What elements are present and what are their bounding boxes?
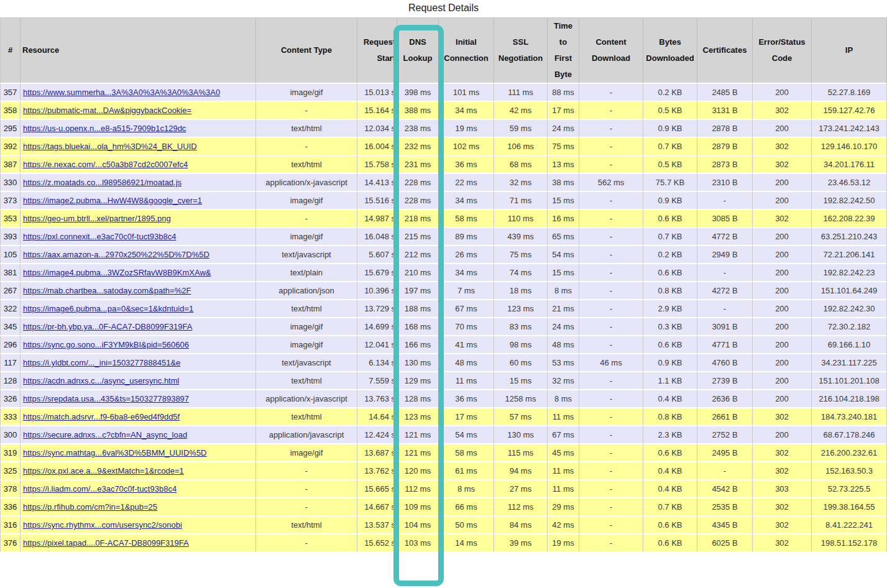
cell-request_start: 15.516 s: [357, 192, 397, 210]
cell-status: 302: [753, 156, 812, 174]
cell-dns_lookup: 123 ms: [397, 408, 439, 426]
cell-certificates: 2495 B: [697, 444, 753, 462]
resource-link[interactable]: https://sync.mathtag...6val%3D%5BMM_UUID…: [23, 448, 207, 457]
resource-link[interactable]: https://tags.bluekai...ola_hm%3D%24_BK_U…: [23, 142, 197, 151]
cell-content_download: -: [579, 84, 643, 102]
cell-initial_connection: 102 ms: [439, 138, 494, 156]
cell-bytes_downloaded: 0.5 KB: [643, 102, 697, 120]
resource-link[interactable]: https://image2.pubma...HwW4W8&google_cve…: [23, 196, 202, 205]
cell-content_type: application/json: [256, 282, 357, 300]
cell-bytes_downloaded: 0.9 KB: [643, 192, 697, 210]
column-header-certificates[interactable]: Certificates: [697, 17, 753, 84]
cell-num: 296: [0, 336, 21, 354]
cell-certificates: 2873 B: [697, 156, 753, 174]
column-header-bytes_downloaded[interactable]: Bytes Downloaded: [643, 17, 697, 84]
cell-status: 200: [753, 246, 812, 264]
cell-content_type: text/plain: [256, 264, 357, 282]
cell-resource: https://us-u.openx.n...e8-a515-7909b1c12…: [21, 120, 256, 138]
cell-ssl_negotiation: 57 ms: [494, 408, 548, 426]
cell-request_start: 7.559 s: [357, 372, 397, 390]
resource-link[interactable]: https://geo-um.btrll...xel/partner/1895.…: [23, 214, 171, 223]
resource-link[interactable]: https://mab.chartbea...satoday.com&path=…: [23, 286, 191, 295]
cell-ttfb: 48 ms: [548, 336, 579, 354]
cell-certificates: 2878 B: [697, 120, 753, 138]
table-row: 378https://i.liadm.com/...e3ac70c0f-tuct…: [0, 480, 887, 498]
cell-resource: https://pubmatic-mat...DAw&piggybackCook…: [21, 102, 256, 120]
cell-resource: https://z.moatads.co...l989586921/moatad…: [21, 174, 256, 192]
resource-link[interactable]: https://i.yldbt.com/..._ini=150327788845…: [23, 358, 180, 367]
resource-link[interactable]: https://pxl.connexit...e3ac70c0f-tuct93b…: [23, 232, 176, 241]
cell-status: 302: [753, 102, 812, 120]
cell-num: 295: [0, 120, 21, 138]
column-header-content_download[interactable]: Content Download: [579, 17, 643, 84]
cell-request_start: 12.424 s: [357, 426, 397, 444]
cell-ssl_negotiation: 112 ms: [494, 498, 548, 517]
cell-certificates: 2310 B: [697, 174, 753, 192]
resource-link[interactable]: https://srepdata.usa...435&ts=1503277893…: [23, 394, 189, 403]
cell-num: 378: [0, 480, 21, 498]
cell-certificates: 4272 B: [697, 282, 753, 300]
cell-ssl_negotiation: 59 ms: [494, 120, 548, 138]
resource-link[interactable]: https://us-u.openx.n...e8-a515-7909b1c12…: [23, 124, 186, 133]
resource-link[interactable]: https://sync.go.sono...iF3YM9kBI&pid=560…: [23, 340, 189, 349]
resource-link[interactable]: https://pr-bh.ybp.ya...0F-ACA7-DB8099F31…: [23, 322, 192, 331]
column-header-request_start[interactable]: Request Start: [357, 17, 397, 84]
column-header-ttfb[interactable]: Time to First Byte: [548, 17, 579, 84]
cell-num: 267: [0, 282, 21, 300]
cell-certificates: 2949 B: [697, 246, 753, 264]
cell-content_type: text/html: [256, 156, 357, 174]
resource-link[interactable]: https://sync.rhythmx...com/usersync2/son…: [23, 520, 182, 530]
resource-link[interactable]: https://i.liadm.com/...e3ac70c0f-tuct93b…: [23, 484, 177, 494]
resource-link[interactable]: https://p.rfihub.com/cm?in=1&pub=25: [23, 502, 157, 512]
cell-ssl_negotiation: 74 ms: [494, 264, 548, 282]
column-header-ssl_negotiation[interactable]: SSL Negotiation: [494, 17, 548, 84]
cell-bytes_downloaded: 0.2 KB: [643, 84, 697, 102]
resource-link[interactable]: https://match.adsrvr...f9-6ba8-e69ed4f9d…: [23, 412, 180, 421]
cell-content_type: text/html: [256, 300, 357, 318]
column-header-dns_lookup[interactable]: DNS Lookup: [397, 17, 439, 84]
cell-dns_lookup: 104 ms: [397, 517, 439, 535]
resource-link[interactable]: https://pixel.tapad....0F-ACA7-DB8099F31…: [23, 538, 189, 548]
cell-initial_connection: 67 ms: [439, 300, 494, 318]
cell-num: 319: [0, 444, 21, 462]
cell-initial_connection: 22 ms: [439, 174, 494, 192]
resource-link[interactable]: https://secure.adnxs...c?cbfn=AN_async_l…: [23, 430, 187, 439]
resource-link[interactable]: https://image4.pubma...3WZozSRfavW8B9KmX…: [23, 268, 211, 277]
column-header-status[interactable]: Error/Status Code: [753, 17, 812, 84]
cell-bytes_downloaded: 1.1 KB: [643, 372, 697, 390]
resource-link[interactable]: https://z.moatads.co...l989586921/moatad…: [23, 178, 182, 187]
cell-resource: https://image6.pubma...pa=0&sec=1&kdntui…: [21, 300, 256, 318]
cell-bytes_downloaded: 0.4 KB: [643, 480, 697, 498]
cell-ip: 69.166.1.10: [812, 336, 887, 354]
cell-status: 302: [753, 138, 812, 156]
resource-link[interactable]: https://image6.pubma...pa=0&sec=1&kdntui…: [23, 304, 193, 313]
resource-link[interactable]: https://pubmatic-mat...DAw&piggybackCook…: [23, 106, 191, 115]
cell-ttfb: 24 ms: [548, 318, 579, 336]
cell-request_start: 15.164 s: [357, 102, 397, 120]
cell-ip: 192.82.242.50: [812, 192, 887, 210]
cell-content_type: text/html: [256, 120, 357, 138]
resource-link[interactable]: https://aax.amazon-a...2970x250%22%5D%7D…: [23, 250, 209, 259]
cell-request_start: 13.729 s: [357, 300, 397, 318]
cell-initial_connection: 19 ms: [439, 120, 494, 138]
cell-ttfb: 75 ms: [548, 138, 579, 156]
resource-link[interactable]: https://ox.pxl.ace.a...9&extMatch=1&rcod…: [23, 466, 184, 475]
column-header-num[interactable]: #: [0, 17, 21, 84]
cell-dns_lookup: 388 ms: [397, 102, 439, 120]
column-header-content_type[interactable]: Content Type: [256, 17, 357, 84]
column-header-ip[interactable]: IP: [812, 17, 887, 84]
cell-initial_connection: 34 ms: [439, 192, 494, 210]
resource-link[interactable]: https://acdn.adnxs.c.../async_usersync.h…: [23, 376, 179, 385]
cell-dns_lookup: 231 ms: [397, 156, 439, 174]
cell-bytes_downloaded: 0.4 KB: [643, 390, 697, 408]
resource-link[interactable]: https://e.nexac.com/...c50a3b87cd2c0007e…: [23, 160, 188, 169]
column-header-initial_connection[interactable]: Initial Connection: [439, 17, 494, 84]
cell-content_type: -: [256, 210, 357, 228]
cell-status: 303: [753, 480, 812, 498]
cell-request_start: 13.763 s: [357, 390, 397, 408]
cell-resource: https://srepdata.usa...435&ts=1503277893…: [21, 390, 256, 408]
column-header-resource[interactable]: Resource: [21, 17, 256, 84]
cell-ssl_negotiation: 42 ms: [494, 102, 548, 120]
resource-link[interactable]: https://www.summerha...3A%3A0%3A%3A0%3A%…: [23, 88, 220, 97]
cell-resource: https://pxl.connexit...e3ac70c0f-tuct93b…: [21, 228, 256, 246]
